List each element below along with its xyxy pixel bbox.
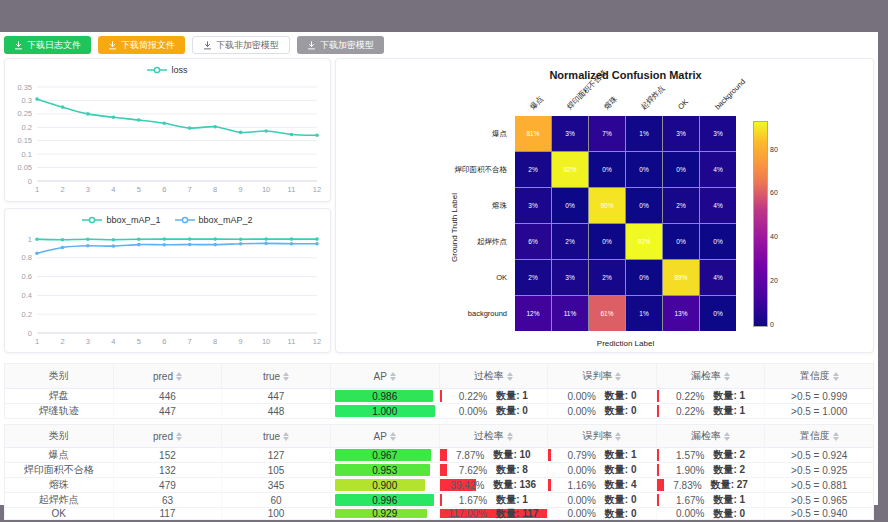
misjudge-cell: 0.00%数量: 0 bbox=[548, 493, 657, 508]
colorbar bbox=[753, 121, 768, 327]
dashboard-page: { "frame": {"chrome_color": "#76717d", "… bbox=[0, 0, 888, 522]
column-header[interactable]: 过检率 bbox=[439, 364, 548, 389]
sort-caret-icon[interactable] bbox=[390, 372, 396, 381]
legend-item-loss[interactable]: loss bbox=[147, 65, 187, 75]
pred-cell: 447 bbox=[113, 404, 222, 419]
rate-count: 数量: 1 bbox=[713, 493, 745, 507]
column-label: 过检率 bbox=[474, 430, 504, 441]
column-header[interactable]: 过检率 bbox=[439, 425, 548, 448]
miss-cell: 1.90%数量: 2 bbox=[656, 463, 765, 478]
sort-caret-icon[interactable] bbox=[390, 432, 396, 441]
column-header[interactable]: 误判率 bbox=[548, 425, 657, 448]
colorbar-tick-label: 60 bbox=[770, 189, 778, 196]
svg-text:4: 4 bbox=[111, 185, 115, 194]
colorbar-tick-label: 0 bbox=[770, 321, 774, 328]
sort-caret-icon[interactable] bbox=[176, 432, 182, 441]
rate-pct: 1.16% bbox=[567, 480, 595, 491]
legend-item-bbox_mAP_2[interactable]: bbox_mAP_2 bbox=[175, 215, 253, 225]
svg-text:0.2: 0.2 bbox=[22, 123, 32, 132]
button-label: 下载非加密模型 bbox=[216, 39, 279, 52]
matrix-cell: 13% bbox=[663, 296, 699, 331]
rate-text: 7.62%数量: 8 bbox=[440, 463, 548, 477]
rate-wrap: 0.00%数量: 0 bbox=[657, 508, 765, 519]
rate-wrap: 117.00%数量: 117 bbox=[440, 508, 548, 519]
rate-pct: 0.22% bbox=[676, 391, 704, 402]
sort-caret-icon[interactable] bbox=[833, 432, 839, 441]
miss-cell: 7.83%数量: 27 bbox=[656, 478, 765, 493]
sort-caret-icon[interactable] bbox=[615, 432, 621, 441]
rate-pct: 0.00% bbox=[567, 495, 595, 506]
ap-cell: 0.929 bbox=[330, 508, 439, 520]
rate-wrap: 0.00%数量: 0 bbox=[548, 493, 656, 507]
confidence-cell: >0.5 = 0.965 bbox=[765, 493, 874, 508]
button-label: 下载简报文件 bbox=[121, 39, 175, 52]
download-plain-model-button[interactable]: 下载非加密模型 bbox=[192, 36, 290, 54]
column-header[interactable]: AP bbox=[330, 425, 439, 448]
rate-count: 数量: 1 bbox=[496, 389, 528, 403]
sort-caret-icon[interactable] bbox=[507, 372, 513, 381]
column-label: AP bbox=[374, 431, 387, 442]
sort-caret-icon[interactable] bbox=[283, 372, 289, 381]
sort-caret-icon[interactable] bbox=[615, 372, 621, 381]
rate-pct: 0.00% bbox=[567, 508, 595, 519]
column-header[interactable]: 漏检率 bbox=[656, 425, 765, 448]
download-encrypted-model-button[interactable]: 下载加密模型 bbox=[297, 36, 384, 54]
rate-text: 0.79%数量: 1 bbox=[548, 448, 656, 462]
column-header[interactable]: true bbox=[222, 364, 331, 389]
sort-caret-icon[interactable] bbox=[724, 372, 730, 381]
legend-item-bbox_mAP_1[interactable]: bbox_mAP_1 bbox=[82, 215, 160, 225]
ap-cell: 0.967 bbox=[330, 448, 439, 463]
rate-count: 数量: 136 bbox=[493, 478, 536, 492]
download-log-button[interactable]: 下载日志文件 bbox=[4, 36, 91, 54]
column-header[interactable]: 误判率 bbox=[548, 364, 657, 389]
rate-count: 数量: 4 bbox=[605, 478, 637, 492]
sort-caret-icon[interactable] bbox=[507, 432, 513, 441]
rate-pct: 0.00% bbox=[567, 391, 595, 402]
matrix-cell: 3% bbox=[515, 188, 551, 223]
class-cell: 熔珠 bbox=[5, 478, 114, 493]
rate-count: 数量: 1 bbox=[713, 389, 745, 403]
column-header[interactable]: AP bbox=[330, 364, 439, 389]
rate-text: 0.00%数量: 0 bbox=[548, 463, 656, 477]
confidence-cell: >0.5 = 0.925 bbox=[765, 463, 874, 478]
sort-caret-icon[interactable] bbox=[833, 372, 839, 381]
legend-label: bbox_mAP_1 bbox=[106, 215, 160, 225]
overdetect-cell: 7.87%数量: 10 bbox=[439, 448, 548, 463]
rate-wrap: 0.00%数量: 0 bbox=[548, 508, 656, 519]
sort-caret-icon[interactable] bbox=[176, 372, 182, 381]
column-header[interactable]: pred bbox=[113, 425, 222, 448]
matrix-cell: 2% bbox=[515, 152, 551, 187]
download-report-button[interactable]: 下载简报文件 bbox=[98, 36, 185, 54]
confusion-matrix-ylabel: Ground Truth Label bbox=[450, 193, 459, 262]
matrix-cell: 81% bbox=[515, 116, 551, 151]
matrix-cell: 2% bbox=[552, 224, 588, 259]
class-cell: OK bbox=[5, 508, 114, 520]
column-header[interactable]: pred bbox=[113, 364, 222, 389]
rate-count: 数量: 1 bbox=[496, 493, 528, 507]
column-header[interactable]: 漏检率 bbox=[656, 364, 765, 389]
sort-caret-icon[interactable] bbox=[283, 432, 289, 441]
column-header[interactable]: 置信度 bbox=[765, 425, 874, 448]
metrics-tables: 类别predtrueAP过检率误判率漏检率置信度焊盘4464470.9860.2… bbox=[4, 363, 874, 520]
rate-count: 数量: 2 bbox=[713, 448, 745, 462]
rate-pct: 1.67% bbox=[676, 495, 704, 506]
rate-pct: 1.90% bbox=[676, 465, 704, 476]
svg-text:9: 9 bbox=[239, 185, 243, 194]
column-header[interactable]: 置信度 bbox=[765, 364, 874, 389]
rate-count: 数量: 10 bbox=[493, 448, 530, 462]
rate-wrap: 39.42%数量: 136 bbox=[440, 478, 548, 492]
misjudge-cell: 0.79%数量: 1 bbox=[548, 448, 657, 463]
ap-bar-wrap: 0.996 bbox=[335, 494, 435, 506]
rate-text: 117.00%数量: 117 bbox=[440, 508, 548, 519]
svg-text:5: 5 bbox=[137, 337, 141, 346]
matrix-cell: 0% bbox=[663, 152, 699, 187]
sort-caret-icon[interactable] bbox=[724, 432, 730, 441]
rate-text: 0.00%数量: 0 bbox=[657, 508, 765, 519]
svg-text:10: 10 bbox=[262, 337, 270, 346]
loss-chart: 00.050.10.150.20.250.30.3512345678910111… bbox=[7, 81, 329, 199]
ap-value: 0.967 bbox=[335, 449, 435, 461]
matrix-column-label: 爆点 bbox=[528, 94, 546, 112]
column-header[interactable]: true bbox=[222, 425, 331, 448]
rate-pct: 0.22% bbox=[459, 391, 487, 402]
download-icon bbox=[307, 41, 316, 50]
